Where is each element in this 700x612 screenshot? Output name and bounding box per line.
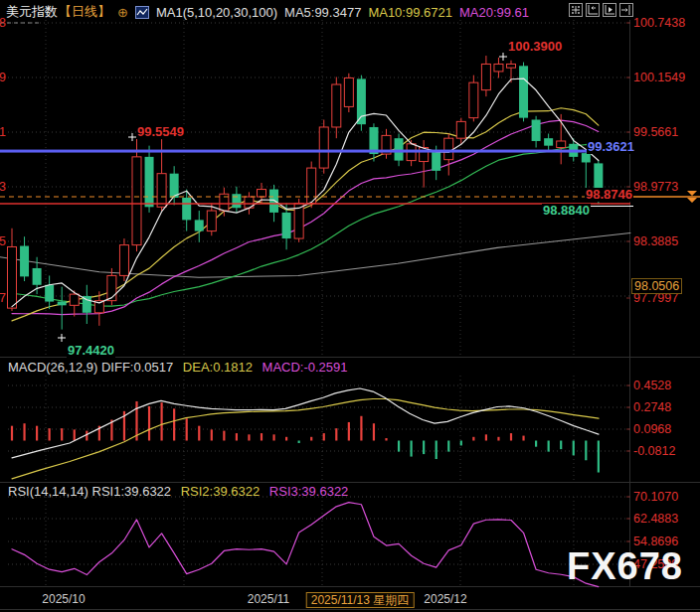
left-axis-clipped-label: 100.1549 — [0, 71, 6, 84]
exit-right-icon[interactable] — [619, 3, 633, 17]
axis-range-icon[interactable] — [586, 3, 600, 17]
macd-dea-value: DEA:0.1812 — [183, 360, 253, 375]
price-axis-special-label: 98.0506 — [631, 278, 682, 294]
ma5-value: MA5:99.3477 — [284, 5, 361, 20]
left-axis-clipped-label: 97.7997 — [0, 291, 6, 305]
symbol-title: 美元指数 — [6, 3, 58, 21]
circle-plus-icon[interactable]: ⊕ — [117, 5, 128, 20]
watermark: FX678 — [567, 545, 683, 588]
date-label: 2025/12 — [424, 592, 466, 606]
annotation-price-label: 100.3900 — [507, 40, 563, 54]
macd-header: MACD(26,12,9) DIFF:0.0517 DEA:0.1812 MAC… — [8, 360, 348, 375]
macd-axis-label: 0.2748 — [633, 400, 671, 414]
left-axis-clipped-label: 99.5661 — [0, 125, 6, 139]
macd-macd-value: MACD:-0.2591 — [262, 360, 348, 375]
annotation-price-label: 99.3621 — [587, 140, 635, 154]
ma-settings-label: MA1(5,10,20,30,100) — [156, 5, 277, 20]
macd-axis-label: 0.4528 — [633, 379, 671, 392]
rsi-axis-label: 70.1070 — [633, 490, 678, 504]
rsi-header: RSI(14,14,14) RSI1:39.6322 RSI2:39.6322 … — [8, 484, 348, 499]
kline-icon[interactable] — [135, 6, 149, 19]
chart-toolbar — [569, 3, 633, 17]
price-axis-label: 98.9773 — [633, 180, 678, 194]
price-axis-label: 98.3885 — [633, 234, 678, 248]
chart-surface[interactable]: 100.7438100.154999.566198.977398.388597.… — [0, 0, 700, 612]
rsi3-value: RSI3:39.6322 — [269, 484, 349, 499]
candles-group — [8, 56, 604, 330]
left-axis-clipped-label: 98.9773 — [0, 180, 6, 194]
rsi-name: RSI(14,14,14) — [8, 484, 88, 499]
macd-axis-label: -0.0812 — [633, 444, 675, 458]
top-bar: 美元指数 【日线】 ⊕ MA1(5,10,20,30,100) MA5:99.3… — [6, 3, 529, 21]
rsi2-value: RSI2:39.6322 — [181, 484, 261, 499]
annotation-price-label: 98.8840 — [542, 204, 591, 218]
annotation-price-label: 98.8746 — [585, 188, 633, 202]
macd-name: MACD(26,12,9) — [8, 360, 97, 375]
price-axis-label: 100.1549 — [633, 71, 685, 84]
annotation-price-label: 99.5549 — [136, 125, 185, 139]
left-axis-clipped-label: 98.3885 — [0, 234, 6, 248]
macd-diff-value: DIFF:0.0517 — [101, 360, 173, 375]
play-forward-icon[interactable] — [603, 3, 616, 17]
price-axis-label: 100.7438 — [633, 16, 685, 30]
macd-histogram — [12, 401, 599, 473]
rsi-axis-label: 62.4883 — [633, 512, 678, 526]
date-label: 2025/11 — [248, 592, 290, 606]
macd-axis-label: 0.0968 — [633, 422, 671, 436]
ma10-value: MA10:99.6721 — [368, 5, 452, 20]
period-label: 【日线】 — [59, 3, 110, 21]
annotation-price-label: 97.4420 — [67, 344, 115, 358]
kline-chart-app: 100.7438100.154999.566198.977398.388597.… — [0, 0, 700, 612]
crosshair-icon[interactable] — [569, 3, 583, 17]
date-label: 2025/10 — [42, 592, 85, 606]
rsi1-value: RSI1:39.6322 — [92, 484, 172, 499]
price-axis-label: 99.5661 — [633, 125, 678, 139]
ma20-value: MA20:99.61 — [459, 5, 529, 20]
date-highlight-box: 2025/11/13 星期四 — [306, 592, 415, 608]
